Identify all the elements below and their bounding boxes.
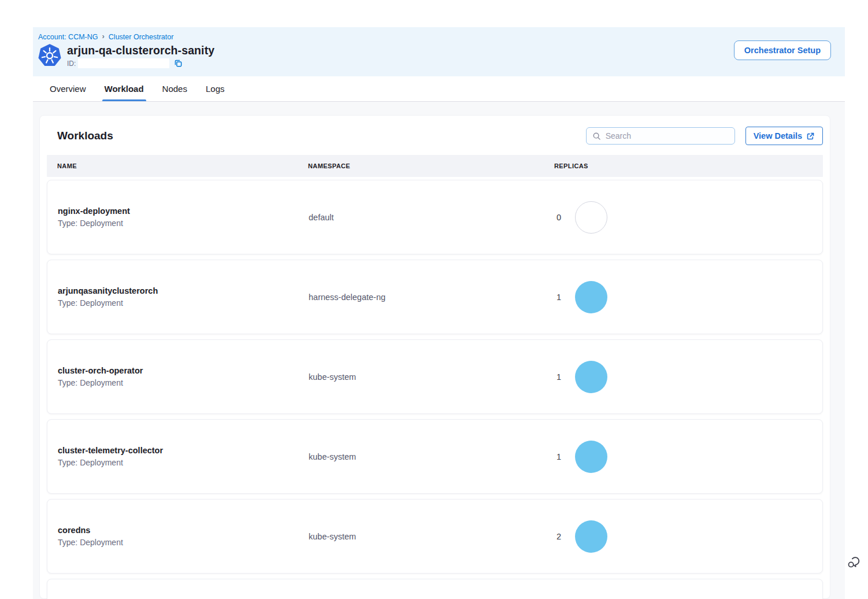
breadcrumb: Account: CCM-NG › Cluster Orchestrator <box>38 32 845 41</box>
workload-row[interactable]: arjunqasanityclusterorch Type: Deploymen… <box>47 260 823 334</box>
workload-row[interactable]: coredns Type: Deployment kube-system 2 <box>47 499 823 574</box>
replica-count: 1 <box>557 293 565 302</box>
external-link-icon <box>806 132 815 140</box>
breadcrumb-section-link[interactable]: Cluster Orchestrator <box>109 33 174 41</box>
page-header: Account: CCM-NG › Cluster Orchestrator <box>33 27 845 76</box>
workload-name-cell: cluster-telemetry-collector Type: Deploy… <box>58 446 309 467</box>
workload-name-cell: arjunqasanityclusterorch Type: Deploymen… <box>58 286 309 308</box>
replica-count: 2 <box>557 532 565 541</box>
workload-name: nginx-deployment <box>58 206 309 216</box>
workload-name-cell: cluster-orch-operator Type: Deployment <box>58 366 309 387</box>
workload-replicas-cell: 0 <box>555 201 822 234</box>
workloads-actions: View Details <box>586 127 823 145</box>
cluster-id-row: ID: <box>67 58 214 68</box>
workloads-panel-header: Workloads View Details <box>47 127 823 145</box>
cluster-title-block: arjun-qa-clusterorch-sanity ID: <box>67 44 214 68</box>
workload-type: Type: Deployment <box>58 378 309 387</box>
tab-nodes[interactable]: Nodes <box>160 76 190 101</box>
workload-replicas-cell: 1 <box>555 441 822 473</box>
tab-logs[interactable]: Logs <box>203 76 227 101</box>
search-input[interactable] <box>606 131 730 140</box>
copy-icon[interactable] <box>174 59 183 68</box>
workload-replicas-cell: 2 <box>555 520 822 553</box>
workload-namespace: kube-system <box>309 532 555 541</box>
workload-namespace: kube-system <box>309 372 555 382</box>
replica-status-circle <box>575 201 607 234</box>
workloads-title: Workloads <box>57 130 113 142</box>
workload-row[interactable]: cluster-orch-operator Type: Deployment k… <box>47 339 823 414</box>
chat-icon[interactable] <box>845 554 862 570</box>
column-header-replicas: REPLICAS <box>554 162 823 169</box>
tab-bar: Overview Workload Nodes Logs <box>33 76 845 102</box>
workloads-panel: Workloads View Details <box>39 115 830 599</box>
cluster-orchestrator-app: Account: CCM-NG › Cluster Orchestrator <box>33 27 845 599</box>
workload-name-cell: coredns Type: Deployment <box>58 526 309 547</box>
workload-namespace: default <box>309 213 555 222</box>
replica-status-circle <box>575 281 607 313</box>
workload-replicas-cell: 1 <box>555 361 822 393</box>
breadcrumb-account-link[interactable]: Account: CCM-NG <box>38 33 98 41</box>
replica-status-circle <box>575 520 607 553</box>
chevron-right-icon: › <box>102 32 105 40</box>
orchestrator-setup-button[interactable]: Orchestrator Setup <box>734 40 831 60</box>
workload-row[interactable]: nginx-deployment Type: Deployment defaul… <box>47 180 823 254</box>
replica-status-circle <box>575 441 607 473</box>
cluster-title-row: arjun-qa-clusterorch-sanity ID: <box>38 44 845 68</box>
workload-row-partial[interactable] <box>47 579 823 599</box>
table-header-row: NAME NAMESPACE REPLICAS <box>47 155 823 177</box>
workload-type: Type: Deployment <box>58 538 309 547</box>
tab-overview[interactable]: Overview <box>47 76 88 101</box>
workload-type: Type: Deployment <box>58 298 309 308</box>
workload-type: Type: Deployment <box>58 219 309 228</box>
kubernetes-icon <box>38 44 61 67</box>
cluster-id-label: ID: <box>67 60 76 68</box>
view-details-button[interactable]: View Details <box>745 127 823 145</box>
column-header-namespace: NAMESPACE <box>308 162 554 169</box>
main-content: Workloads View Details <box>33 102 845 599</box>
replica-count: 1 <box>557 372 565 382</box>
tab-workload[interactable]: Workload <box>102 76 146 101</box>
search-box[interactable] <box>586 127 735 145</box>
workload-name: cluster-orch-operator <box>58 366 309 375</box>
workloads-table-body: nginx-deployment Type: Deployment defaul… <box>47 180 823 599</box>
workload-name: coredns <box>58 526 309 535</box>
view-details-label: View Details <box>754 131 802 140</box>
cluster-id-value-redacted <box>78 58 169 68</box>
workload-name: arjunqasanityclusterorch <box>58 286 309 295</box>
workload-namespace: kube-system <box>309 452 555 461</box>
workload-replicas-cell: 1 <box>555 281 822 313</box>
replica-count: 1 <box>557 452 565 461</box>
workload-name: cluster-telemetry-collector <box>58 446 309 455</box>
workload-name-cell: nginx-deployment Type: Deployment <box>58 206 309 228</box>
replica-count: 0 <box>557 213 565 222</box>
replica-status-circle <box>575 361 607 393</box>
workload-namespace: harness-delegate-ng <box>309 293 555 302</box>
column-header-name: NAME <box>57 162 308 169</box>
page-title: arjun-qa-clusterorch-sanity <box>67 44 214 57</box>
search-icon <box>592 132 601 140</box>
workload-type: Type: Deployment <box>58 458 309 467</box>
workload-row[interactable]: cluster-telemetry-collector Type: Deploy… <box>47 419 823 494</box>
